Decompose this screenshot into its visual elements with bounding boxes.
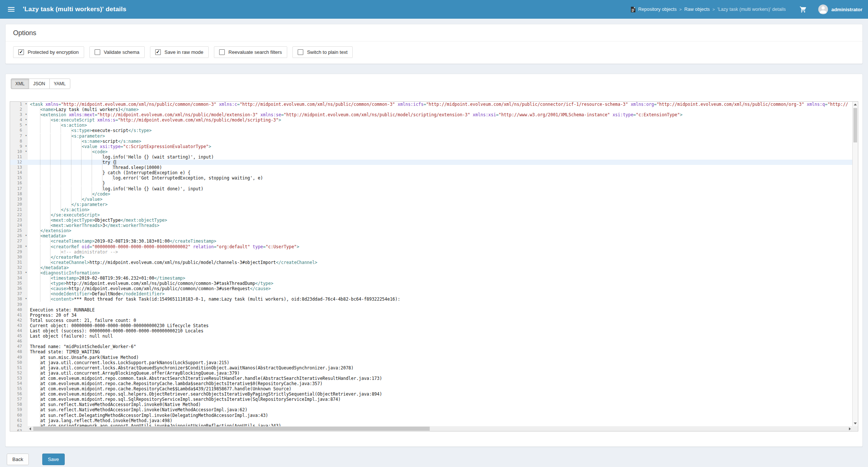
option-protected-by-encryption[interactable]: ✓Protected by encryption	[13, 46, 84, 58]
code-line[interactable]: <s:type>execute-script</s:type>	[28, 128, 858, 133]
code-line[interactable]: <value xsi:type="c:ScriptExpressionEvalu…	[28, 144, 858, 149]
back-button[interactable]: Back	[7, 454, 29, 465]
breadcrumb-item-repository-objects[interactable]: Repository objects	[638, 7, 677, 12]
checkbox-checked-icon[interactable]: ✓	[18, 49, 24, 55]
code-line[interactable]: </s:parameter>	[28, 202, 858, 207]
code-line[interactable]: <se:executeScript xmlns:s="http://midpoi…	[28, 117, 858, 123]
checkbox-unchecked-icon[interactable]	[95, 49, 100, 55]
code-line[interactable]: at java.util.concurrent.locks.LockSuppor…	[28, 360, 858, 365]
editor-code-area[interactable]: <task xmlns="http://midpoint.evolveum.co…	[28, 102, 858, 431]
tab-json[interactable]: JSON	[29, 79, 50, 89]
fold-toggle-icon[interactable]: ▾	[25, 144, 27, 149]
code-line[interactable]: at java.lang.reflect.Method.invoke(Metho…	[28, 418, 858, 423]
xml-code-editor[interactable]: 1▾23▾4▾5▾67▾89▾10▾1112131415161718192021…	[10, 101, 858, 431]
code-line[interactable]: </se:executeScript>	[28, 212, 858, 218]
code-line[interactable]: Execution state: RUNNABLE	[28, 307, 858, 313]
fold-toggle-icon[interactable]: ▾	[25, 244, 27, 249]
vertical-scrollbar[interactable]	[852, 102, 858, 426]
code-line[interactable]: <metadata>	[28, 233, 858, 239]
option-reevaluate-search-filters[interactable]: Reevaluate search filters	[214, 46, 287, 58]
code-line[interactable]: Progress: 20 of 34	[28, 313, 858, 318]
fold-toggle-icon[interactable]: ▾	[25, 296, 27, 301]
breadcrumb-item-raw-objects[interactable]: Raw objects	[684, 7, 710, 12]
code-line[interactable]: <mext:workerThreads>3</mext:workerThread…	[28, 223, 858, 228]
code-line[interactable]: at com.evolveum.midpoint.repo.common.tas…	[28, 376, 858, 381]
fold-toggle-icon[interactable]: ▾	[25, 112, 27, 117]
code-line[interactable]: <cause>http://midpoint.evolveum.com/xml/…	[28, 286, 858, 291]
code-line[interactable]: </s:action>	[28, 207, 858, 212]
code-line[interactable]: log.info('Hello {} (wait starting)', inp…	[28, 154, 858, 160]
tab-yaml[interactable]: YAML	[49, 79, 70, 89]
option-switch-to-plain-text[interactable]: Switch to plain text	[292, 46, 353, 58]
code-line[interactable]: <createChannel>http://midpoint.evolveum.…	[28, 260, 858, 265]
code-line[interactable]: <nodeIdentifier>DefaultNode</nodeIdentif…	[28, 291, 858, 297]
code-line[interactable]: at sun.reflect.NativeMethodAccessorImpl.…	[28, 407, 858, 412]
code-line[interactable]: </code>	[28, 191, 858, 197]
scroll-left-arrow-icon[interactable]	[28, 426, 33, 431]
code-line[interactable]: Thread state: TIMED_WAITING	[28, 349, 858, 354]
code-line[interactable]: </value>	[28, 197, 858, 202]
option-validate-schema[interactable]: Validate schema	[89, 46, 145, 58]
horizontal-scrollbar[interactable]	[28, 426, 852, 431]
code-line[interactable]: <type>http://midpoint.evolveum.com/xml/n…	[28, 281, 858, 286]
code-line[interactable]: <s:name>script</s:name>	[28, 139, 858, 144]
code-line[interactable]: </extension>	[28, 228, 858, 233]
code-line[interactable]: <createTimestamp>2019-02-08T19:38:30.183…	[28, 239, 858, 244]
code-line[interactable]: at com.evolveum.midpoint.repo.sql.SqlRep…	[28, 397, 858, 402]
fold-toggle-icon[interactable]: ▾	[25, 117, 27, 122]
scroll-right-arrow-icon[interactable]	[847, 426, 852, 431]
code-line[interactable]: log.info('Hello {} (wait done)', input)	[28, 186, 858, 191]
checkbox-unchecked-icon[interactable]	[219, 49, 225, 55]
code-line[interactable]: at sun.reflect.NativeMethodAccessorImpl.…	[28, 402, 858, 407]
code-line[interactable]: at java.util.concurrent.ArrayBlockingQue…	[28, 371, 858, 376]
checkbox-checked-icon[interactable]: ✓	[155, 49, 161, 55]
option-save-in-raw-mode[interactable]: ✓Save in raw mode	[150, 46, 209, 58]
code-line[interactable]: Current object: 00000000-0000-0000-0000-…	[28, 323, 858, 328]
code-line[interactable]: at sun.misc.Unsafe.park(Native Method)	[28, 355, 858, 360]
hamburger-icon[interactable]	[8, 7, 15, 12]
cart-button[interactable]	[799, 6, 807, 13]
code-line[interactable]: at com.evolveum.midpoint.repo.cache.Repo…	[28, 386, 858, 391]
code-line[interactable]: at com.evolveum.midpoint.repo.cache.Repo…	[28, 381, 858, 386]
fold-toggle-icon[interactable]: ▾	[25, 133, 27, 138]
code-line[interactable]: Thread.sleep(10000)	[28, 165, 858, 170]
vertical-scrollbar-thumb[interactable]	[853, 108, 857, 142]
code-line[interactable]: Last object (failure): null null	[28, 334, 858, 339]
fold-toggle-icon[interactable]: ▾	[25, 122, 27, 127]
code-line[interactable]: <extension xmlns:mext="http://midpoint.e…	[28, 112, 858, 117]
fold-toggle-icon[interactable]: ▾	[25, 270, 27, 275]
code-line[interactable]: }	[28, 181, 858, 186]
code-line[interactable]: at java.util.concurrent.locks.AbstractQu…	[28, 365, 858, 371]
code-line[interactable]: <mext:objectType>ObjectType</mext:object…	[28, 218, 858, 223]
code-line[interactable]: <diagnosticInformation>	[28, 270, 858, 276]
scroll-up-arrow-icon[interactable]	[853, 102, 858, 107]
code-line[interactable]: Total success count: 21, failure count: …	[28, 318, 858, 323]
code-line[interactable]: <creatorRef oid="00000000-0000-0000-0000…	[28, 244, 858, 249]
code-line[interactable]: Last object (success): 00000000-0000-000…	[28, 328, 858, 334]
code-line[interactable]: <!-- administrator -->	[28, 249, 858, 255]
code-line[interactable]: at com.evolveum.midpoint.repo.sql.helper…	[28, 391, 858, 397]
code-line[interactable]: log.error('Got InterruptedException, sto…	[28, 175, 858, 181]
tab-xml[interactable]: XML	[11, 79, 29, 89]
fold-toggle-icon[interactable]: ▾	[25, 101, 27, 107]
code-line[interactable]: <s:action>	[28, 123, 858, 128]
scroll-down-arrow-icon[interactable]	[853, 421, 858, 426]
code-line[interactable]: <name>Lazy task (multi workers)</name>	[28, 107, 858, 112]
code-line[interactable]	[28, 302, 858, 307]
horizontal-scrollbar-thumb[interactable]	[33, 427, 430, 431]
code-line[interactable]	[28, 339, 858, 344]
code-line[interactable]: <s:parameter>	[28, 133, 858, 139]
code-line[interactable]: try {	[28, 160, 858, 165]
save-button[interactable]: Save	[42, 454, 65, 465]
user-menu[interactable]: administrator	[818, 4, 862, 14]
checkbox-unchecked-icon[interactable]	[298, 49, 303, 55]
code-line[interactable]: <task xmlns="http://midpoint.evolveum.co…	[28, 102, 858, 107]
code-line[interactable]: at sun.reflect.DelegatingMethodAccessorI…	[28, 413, 858, 418]
fold-toggle-icon[interactable]: ▾	[25, 149, 27, 154]
fold-toggle-icon[interactable]: ▾	[25, 233, 27, 238]
code-line[interactable]: } catch (InterruptedException e) {	[28, 170, 858, 175]
code-line[interactable]: Thread name: "midPointScheduler_Worker-6…	[28, 344, 858, 349]
code-line[interactable]: </creatorRef>	[28, 255, 858, 260]
code-line[interactable]: <code>	[28, 149, 858, 154]
code-line[interactable]: <timestamp>2019-02-08T19:39:46.232+01:00…	[28, 276, 858, 281]
